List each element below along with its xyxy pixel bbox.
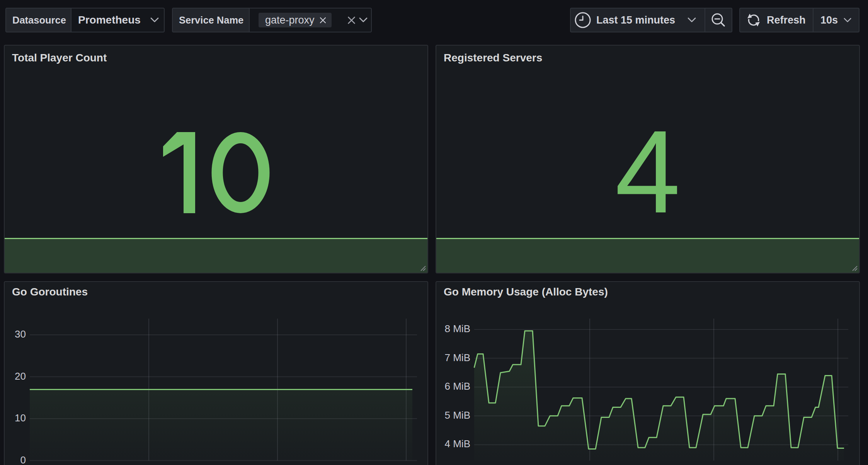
svg-text:6 MiB: 6 MiB (445, 380, 470, 392)
svg-text:8 MiB: 8 MiB (445, 323, 470, 334)
svg-text:4 MiB: 4 MiB (445, 438, 470, 450)
svg-text:20: 20 (15, 370, 26, 382)
svg-text:30: 30 (15, 328, 26, 340)
svg-text:10: 10 (15, 412, 26, 424)
svg-text:0: 0 (20, 454, 26, 465)
svg-text:5 MiB: 5 MiB (445, 409, 470, 421)
svg-text:7 MiB: 7 MiB (445, 352, 470, 363)
